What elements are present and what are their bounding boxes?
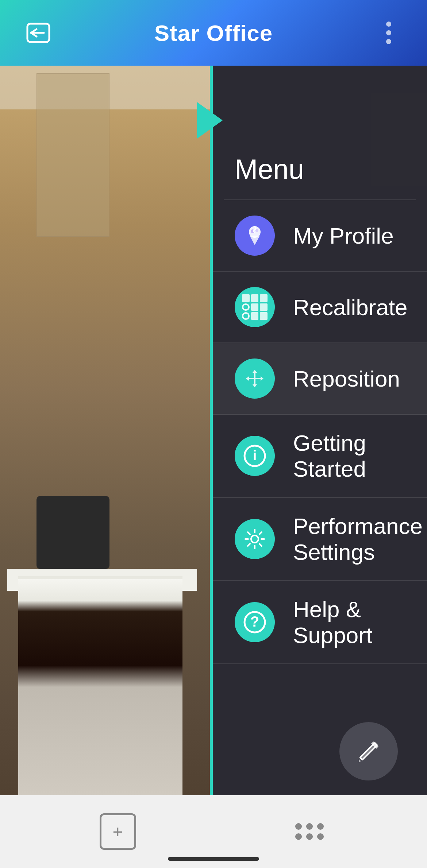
- help-support-icon: ?: [235, 602, 275, 642]
- svg-point-7: [251, 535, 258, 543]
- dot-r1c1: [295, 823, 302, 830]
- menu-item-getting-started[interactable]: i Getting Started: [213, 415, 427, 498]
- dots-row-2: [295, 833, 324, 840]
- plus-icon: +: [112, 822, 123, 842]
- back-button[interactable]: [22, 16, 55, 49]
- desk-machine: [36, 496, 109, 569]
- grid-view-button[interactable]: [288, 810, 331, 853]
- my-profile-label: My Profile: [293, 223, 394, 249]
- reposition-icon: [235, 359, 275, 399]
- teal-divider: [210, 66, 213, 868]
- performance-settings-label: Performance Settings: [293, 513, 423, 565]
- office-background: [0, 66, 212, 868]
- app-title: Star Office: [154, 20, 273, 46]
- home-indicator: [168, 857, 259, 861]
- dot-r2c3: [317, 833, 324, 840]
- dot-r1c3: [317, 823, 324, 830]
- dots-row-1: [295, 823, 324, 830]
- dot-2: [386, 30, 391, 35]
- menu-item-help-support[interactable]: ? Help & Support: [213, 581, 427, 664]
- svg-text:i: i: [253, 448, 257, 463]
- dot-1: [386, 22, 391, 27]
- help-support-label: Help & Support: [293, 596, 405, 648]
- desk: [18, 576, 182, 795]
- dot-3: [386, 39, 391, 44]
- wall-panel: [36, 73, 109, 237]
- menu-item-my-profile[interactable]: My Profile: [213, 200, 427, 272]
- getting-started-icon: i: [235, 436, 275, 476]
- performance-settings-icon: [235, 519, 275, 559]
- menu-item-recalibrate[interactable]: Recalibrate: [213, 272, 427, 343]
- app-header: Star Office: [0, 0, 427, 66]
- dot-r2c2: [306, 833, 313, 840]
- grid-dots-icon: [295, 823, 324, 840]
- menu-item-performance-settings[interactable]: Performance Settings: [213, 498, 427, 581]
- recalibrate-label: Recalibrate: [293, 294, 408, 320]
- fab-edit-button[interactable]: [339, 722, 398, 780]
- menu-item-reposition[interactable]: Reposition: [213, 343, 427, 415]
- getting-started-label: Getting Started: [293, 430, 405, 482]
- add-icon-box: +: [100, 813, 136, 850]
- my-profile-icon: [235, 216, 275, 256]
- svg-text:?: ?: [250, 613, 259, 629]
- grid-icon-inner: [242, 294, 268, 320]
- dot-r2c1: [295, 833, 302, 840]
- background-area: Menu My Profile: [0, 66, 427, 868]
- add-button[interactable]: +: [96, 810, 140, 853]
- more-options-button[interactable]: [372, 16, 405, 49]
- dot-r1c2: [306, 823, 313, 830]
- recalibrate-icon: [235, 287, 275, 327]
- reposition-label: Reposition: [293, 366, 400, 392]
- edit-icon: [356, 739, 381, 764]
- menu-title: Menu: [213, 131, 427, 199]
